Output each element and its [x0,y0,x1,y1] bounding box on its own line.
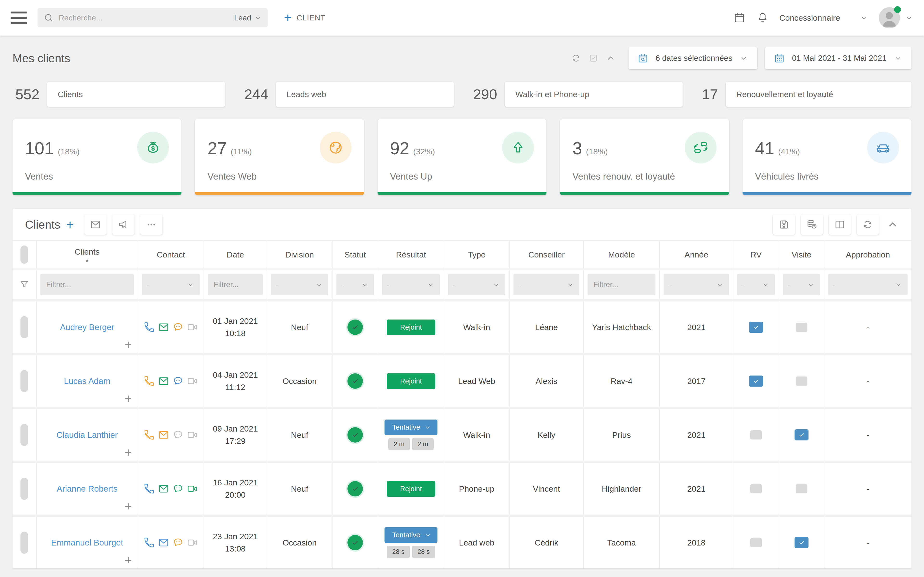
client-name-link[interactable]: Arianne Roberts [57,484,118,493]
envelope-icon[interactable] [158,483,170,495]
phone-icon[interactable] [144,483,155,495]
select-check-icon[interactable] [588,53,599,63]
column-header-anne[interactable]: Année [660,241,733,268]
refresh-table-button[interactable] [857,214,879,235]
collapse-table-icon[interactable] [887,218,899,231]
add-client-button[interactable]: + CLIENT [284,11,326,24]
phone-icon[interactable] [144,321,155,333]
org-dropdown[interactable]: Concessionnaire [779,13,868,23]
result-rejoint-button[interactable]: Rejoint [387,319,435,335]
row-add-icon[interactable]: + [124,500,132,513]
row-add-icon[interactable]: + [124,554,132,566]
row-select-checkbox[interactable] [13,409,37,461]
video-icon[interactable] [187,537,198,548]
search-scope-dropdown[interactable]: Lead [234,13,262,23]
checkbox-unchecked[interactable] [796,322,807,332]
user-menu[interactable] [879,7,913,28]
checkbox-checked[interactable] [795,537,809,548]
export-data-button[interactable] [801,214,823,235]
checkbox-unchecked[interactable] [796,484,807,493]
calendar-icon[interactable] [733,11,746,24]
select-all-checkbox[interactable] [13,241,37,268]
envelope-icon[interactable] [158,429,170,441]
chat-icon[interactable] [172,483,184,495]
column-header-division[interactable]: Division [267,241,333,268]
column-header-date[interactable]: Date [204,241,267,268]
envelope-icon[interactable] [158,375,170,387]
menu-icon[interactable] [11,11,27,24]
row-add-icon[interactable]: + [124,392,132,405]
row-add-icon[interactable]: + [124,338,132,351]
checkbox-checked[interactable] [795,429,809,440]
column-header-clients[interactable]: Clients▲ [37,241,138,268]
client-name-link[interactable]: Claudia Lanthier [57,430,118,440]
add-row-plus-icon[interactable]: + [66,217,74,232]
filter-select-approbation[interactable]: - [828,274,908,295]
campaign-button[interactable] [112,214,134,235]
client-name-link[interactable]: Audrey Berger [60,322,114,332]
column-header-contact[interactable]: Contact [138,241,204,268]
video-icon[interactable] [187,375,198,387]
client-name-link[interactable]: Emmanuel Bourget [51,538,123,548]
checkbox-unchecked[interactable] [750,538,762,547]
row-select-checkbox[interactable] [13,517,37,568]
filter-select-année[interactable]: - [664,274,729,295]
chat-icon[interactable] [172,321,184,333]
client-name-link[interactable]: Lucas Adam [64,376,110,386]
save-view-button[interactable] [773,214,795,235]
video-icon[interactable] [187,429,198,441]
split-columns-button[interactable] [829,214,851,235]
filter-input-clients[interactable] [40,274,134,295]
filter-select-division[interactable]: - [271,274,328,295]
envelope-icon[interactable] [158,321,170,333]
dates-filter-dropdown[interactable]: 6 dates sélectionnées [628,47,757,69]
filter-select-type[interactable]: - [448,274,505,295]
column-header-modle[interactable]: Modèle [584,241,660,268]
phone-icon[interactable] [144,537,155,548]
checkbox-unchecked[interactable] [750,484,762,493]
collapse-icon[interactable] [606,53,616,63]
bell-icon[interactable] [756,11,769,24]
filter-funnel-icon[interactable] [13,270,37,299]
phone-icon[interactable] [144,375,155,387]
envelope-icon[interactable] [158,537,170,548]
checkbox-checked[interactable] [749,322,763,333]
result-tentative-button[interactable]: Tentative [384,419,438,435]
column-header-rsultat[interactable]: Résultat [378,241,444,268]
row-select-checkbox[interactable] [13,301,37,353]
email-bulk-button[interactable] [84,214,107,235]
column-header-rv[interactable]: RV [733,241,779,268]
result-rejoint-button[interactable]: Rejoint [387,481,435,497]
date-range-dropdown[interactable]: 01 Mai 2021 - 31 Mai 2021 [765,47,911,69]
chat-icon[interactable] [172,375,184,387]
row-add-icon[interactable]: + [124,446,132,459]
checkbox-checked[interactable] [749,376,763,387]
column-header-type[interactable]: Type [444,241,510,268]
more-actions-button[interactable] [140,214,162,235]
phone-icon[interactable] [144,429,155,441]
filter-select-rv[interactable]: - [737,274,775,295]
filter-input-modèle[interactable] [588,274,656,295]
checkbox-unchecked[interactable] [796,377,807,386]
filter-select-visite[interactable]: - [783,274,820,295]
checkbox-unchecked[interactable] [750,430,762,440]
filter-select-résultat[interactable]: - [382,274,440,295]
result-tentative-button[interactable]: Tentative [384,527,438,543]
video-icon[interactable] [187,321,198,333]
row-select-checkbox[interactable] [13,355,37,407]
filter-input-date[interactable] [208,274,263,295]
row-select-checkbox[interactable] [13,463,37,514]
filter-select-conseiller[interactable]: - [514,274,580,295]
column-header-statut[interactable]: Statut [333,241,378,268]
result-rejoint-button[interactable]: Rejoint [387,373,435,389]
filter-select-contact[interactable]: - [142,274,200,295]
chat-icon[interactable] [172,537,184,548]
column-header-visite[interactable]: Visite [779,241,824,268]
chat-icon[interactable] [172,429,184,441]
video-icon[interactable] [187,483,198,495]
filter-select-statut[interactable]: - [336,274,374,295]
column-header-approbation[interactable]: Approbation [824,241,911,268]
refresh-icon[interactable] [571,53,582,63]
search-input[interactable] [54,13,234,23]
column-header-conseiller[interactable]: Conseiller [510,241,584,268]
